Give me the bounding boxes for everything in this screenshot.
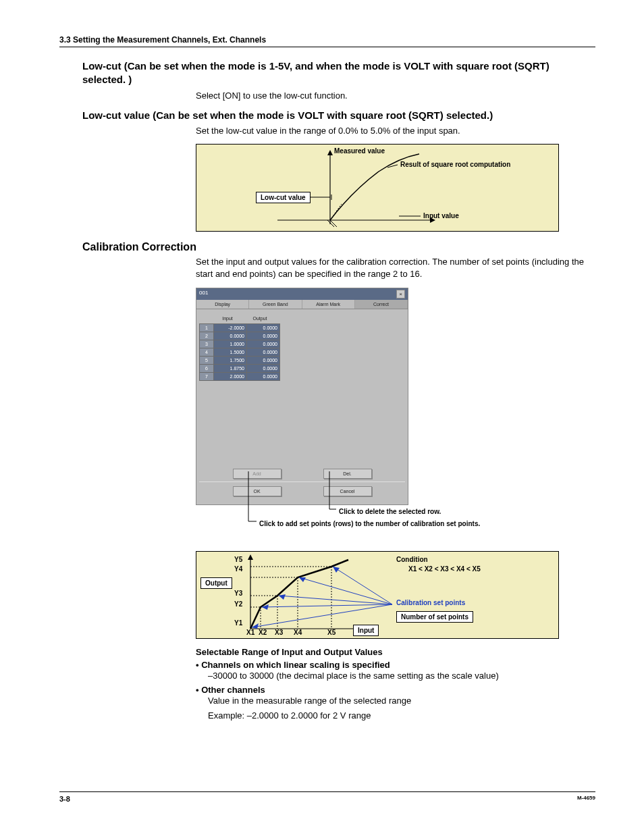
tab-display[interactable]: Display <box>196 300 249 309</box>
label-result: Result of square root computation <box>400 161 510 168</box>
calib-body: Set the input and output values for the … <box>196 256 595 280</box>
col-input: Input <box>211 313 244 323</box>
label-x2: X2 <box>259 629 267 636</box>
table-row: 1-2.00000.0000 <box>200 323 280 332</box>
lowcut-body: Select [ON] to use the low-cut function. <box>196 90 595 102</box>
table-row: 31.00000.0000 <box>200 340 280 348</box>
page: 3.3 Setting the Measurement Channels, Ex… <box>0 0 644 834</box>
table-row: 51.75000.0000 <box>200 356 280 364</box>
table-row: 41.50000.0000 <box>200 348 280 356</box>
range-b2-t1: Value in the measurable range of the sel… <box>208 695 595 707</box>
add-button[interactable]: Add <box>233 469 281 479</box>
svg-marker-2 <box>327 150 333 155</box>
dialog-titlebar: 001 × <box>196 288 408 300</box>
page-number: 3-8 <box>59 795 70 803</box>
svg-line-23 <box>252 604 392 627</box>
label-y4: Y4 <box>234 565 242 573</box>
range-b2-h: • Other channels <box>196 685 595 695</box>
range-b1-t: –30000 to 30000 (the decimal place is th… <box>208 670 595 682</box>
correct-table: 1-2.00000.0000 20.00000.0000 31.00000.00… <box>199 323 280 381</box>
svg-marker-13 <box>248 554 253 560</box>
label-condition-expr: X1 < X2 < X3 < X4 < X5 <box>408 565 481 573</box>
del-button[interactable]: Del. <box>323 469 372 479</box>
label-measured: Measured value <box>334 147 385 155</box>
label-output: Output <box>200 577 232 589</box>
close-icon[interactable]: × <box>396 290 405 298</box>
dialog-tabs: Display Green Band Alarm Mark Correct <box>196 300 408 309</box>
label-calib-pts: Calibration set points <box>396 599 465 606</box>
svg-marker-32 <box>333 567 340 573</box>
col-output: Output <box>244 313 276 323</box>
label-y2: Y2 <box>234 600 242 608</box>
dialog-title: 001 <box>199 290 208 298</box>
page-header: 3.3 Setting the Measurement Channels, Ex… <box>59 35 595 47</box>
label-x4: X4 <box>294 629 302 636</box>
label-y3: Y3 <box>234 590 242 597</box>
label-num-pts: Number of set points <box>396 611 473 623</box>
label-input2: Input <box>353 625 379 636</box>
doc-number: M-4659 <box>577 795 595 803</box>
svg-marker-30 <box>279 594 286 600</box>
tab-alarmmark[interactable]: Alarm Mark <box>302 300 355 309</box>
lowcut-heading: Low-cut (Can be set when the mode is 1-5… <box>82 59 595 87</box>
label-condition: Condition <box>396 556 428 563</box>
label-y5: Y5 <box>234 556 242 563</box>
label-x5: X5 <box>327 629 336 636</box>
page-footer: 3-8 M-4659 <box>59 791 595 803</box>
table-row: 61.87500.0000 <box>200 364 280 372</box>
lowcut-value-heading: Low-cut value (Can be set when the mode … <box>82 109 595 122</box>
table-row: 20.00000.0000 <box>200 332 280 340</box>
label-lowcut: Low-cut value <box>256 192 311 203</box>
callout-del: Click to delete the selected row. <box>339 508 441 515</box>
table-row: 72.00000.0000 <box>200 372 280 380</box>
correct-dialog: 001 × Display Green Band Alarm Mark Corr… <box>196 288 408 505</box>
range-b2-t2: Example: –2.0000 to 2.0000 for 2 V range <box>208 710 595 722</box>
label-x1: X1 <box>246 629 254 636</box>
calib-heading: Calibration Correction <box>82 241 595 253</box>
svg-line-25 <box>279 596 392 604</box>
svg-line-27 <box>333 567 392 604</box>
tab-greenband[interactable]: Green Band <box>249 300 302 309</box>
svg-line-8 <box>330 204 342 220</box>
label-x3: X3 <box>275 629 283 636</box>
callout-add: Click to add set points (rows) to the nu… <box>259 520 480 527</box>
svg-line-26 <box>299 577 392 604</box>
lowcut-diagram: Measured value Result of square root com… <box>196 144 559 232</box>
calib-diagram: Y5 Y4 Y3 Y2 Y1 Output X1 X2 X3 X4 X5 Inp… <box>196 551 559 639</box>
lowcut-value-body: Set the low-cut value in the range of 0.… <box>196 125 595 137</box>
svg-line-24 <box>262 604 392 607</box>
label-y1: Y1 <box>234 619 242 627</box>
range-heading: Selectable Range of Input and Output Val… <box>196 647 595 657</box>
label-input: Input value <box>423 212 459 219</box>
svg-marker-31 <box>299 577 306 582</box>
tab-correct[interactable]: Correct <box>355 300 408 309</box>
range-b1-h: • Channels on which linear scaling is sp… <box>196 660 595 670</box>
dialog-body: Input Output 1-2.00000.0000 20.00000.000… <box>196 309 408 504</box>
